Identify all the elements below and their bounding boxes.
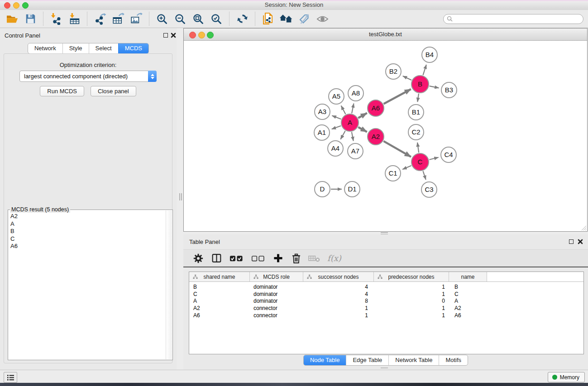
tab-mcds[interactable]: MCDS bbox=[118, 43, 148, 53]
export-image-button[interactable] bbox=[129, 12, 144, 26]
graph-edge-C-C3[interactable] bbox=[423, 171, 426, 180]
graph-edge-A-A5[interactable] bbox=[341, 105, 346, 114]
import-network-button[interactable] bbox=[48, 12, 64, 26]
table-tab-network-table[interactable]: Network Table bbox=[388, 355, 439, 365]
function-builder-button[interactable]: f(x) bbox=[327, 253, 341, 263]
table-cell[interactable]: connector bbox=[250, 305, 303, 311]
graph-node-A[interactable]: A bbox=[341, 114, 359, 131]
table-settings-button[interactable] bbox=[192, 253, 204, 264]
graph-node-C[interactable]: C bbox=[411, 153, 429, 171]
graph-node-C1[interactable]: C1 bbox=[385, 166, 401, 181]
graph-edge-B-B3[interactable] bbox=[430, 86, 439, 88]
deselect-all-button[interactable] bbox=[250, 253, 266, 264]
graph-node-D1[interactable]: D1 bbox=[344, 181, 360, 197]
column-header-mcds-role[interactable]: MCDS role bbox=[250, 272, 303, 281]
table-cell[interactable]: A6 bbox=[189, 312, 250, 319]
zoom-fit-button[interactable] bbox=[191, 12, 206, 26]
table-cell[interactable]: 1 bbox=[374, 312, 449, 319]
graph-edge-C-C4[interactable] bbox=[429, 157, 438, 160]
show-graphics-details-button[interactable] bbox=[315, 12, 330, 26]
graph-node-A3[interactable]: A3 bbox=[315, 104, 330, 119]
table-cell[interactable]: A6 bbox=[449, 312, 487, 319]
graph-node-A7[interactable]: A7 bbox=[348, 143, 363, 159]
graph-node-B[interactable]: B bbox=[411, 76, 429, 93]
table-cell[interactable]: connector bbox=[250, 312, 303, 319]
graph-edge-A2-C[interactable] bbox=[383, 141, 411, 157]
graph-edge-C-C2[interactable] bbox=[417, 143, 419, 152]
graph-edge-A6-B[interactable] bbox=[384, 89, 411, 104]
table-row[interactable]: Adominator80A bbox=[189, 298, 583, 305]
graph-node-A6[interactable]: A6 bbox=[368, 100, 384, 116]
graph-edge-A-A6[interactable] bbox=[358, 113, 367, 118]
table-cell[interactable]: C bbox=[449, 291, 487, 297]
mcds-result-scrollbar[interactable] bbox=[166, 210, 172, 359]
table-cell[interactable]: 4 bbox=[303, 284, 374, 290]
table-cell[interactable]: dominator bbox=[250, 298, 303, 304]
tab-select[interactable]: Select bbox=[89, 43, 118, 53]
run-mcds-button[interactable]: Run MCDS bbox=[40, 86, 84, 96]
table-cell[interactable]: A2 bbox=[449, 305, 487, 311]
table-row[interactable]: Cdominator41C bbox=[189, 291, 583, 298]
graph-edge-B-B2[interactable] bbox=[403, 76, 411, 80]
graph-edge-C-C1[interactable] bbox=[402, 166, 411, 169]
column-header-shared-name[interactable]: shared name bbox=[189, 272, 250, 281]
graph-node-A2[interactable]: A2 bbox=[368, 129, 384, 145]
table-tab-edge-table[interactable]: Edge Table bbox=[346, 355, 388, 365]
table-panel-close-icon[interactable] bbox=[578, 239, 583, 244]
table-cell[interactable]: A bbox=[449, 298, 487, 304]
table-cell[interactable]: 1 bbox=[374, 284, 449, 290]
table-cell[interactable]: 1 bbox=[303, 305, 374, 311]
graph-node-B3[interactable]: B3 bbox=[441, 82, 457, 98]
hide-labels-button[interactable] bbox=[296, 12, 312, 26]
table-row[interactable]: A6connector11A6 bbox=[189, 312, 583, 319]
export-table-button[interactable] bbox=[110, 12, 126, 26]
import-table-button[interactable] bbox=[67, 12, 82, 26]
memory-button[interactable]: Memory bbox=[548, 372, 585, 382]
table-cell[interactable]: 1 bbox=[374, 291, 449, 297]
export-network-button[interactable] bbox=[92, 12, 108, 26]
control-panel-close-icon[interactable] bbox=[171, 33, 176, 38]
table-panel-float-button[interactable] bbox=[569, 239, 574, 244]
graph-edge-A-A8[interactable] bbox=[352, 104, 354, 114]
create-column-button[interactable] bbox=[272, 253, 284, 264]
task-history-button[interactable] bbox=[4, 372, 17, 383]
column-header-predecessor-nodes[interactable]: predecessor nodes bbox=[374, 272, 449, 281]
table-tab-node-table[interactable]: Node Table bbox=[304, 355, 346, 365]
table-cell[interactable]: dominator bbox=[250, 291, 303, 297]
table-cell[interactable]: 4 bbox=[303, 291, 374, 297]
table-cell[interactable]: 8 bbox=[303, 298, 374, 304]
home-button[interactable] bbox=[278, 12, 294, 26]
graph-node-D[interactable]: D bbox=[315, 181, 330, 197]
graph-edge-A-A2[interactable] bbox=[358, 127, 367, 132]
network-canvas[interactable]: B4B2BB3A5A8A6A3B1AA1C2A4A7A2CC4C1C3DD1 bbox=[184, 40, 587, 231]
table-row[interactable]: Bdominator41B bbox=[189, 283, 583, 291]
mcds-result-item[interactable]: C bbox=[10, 235, 166, 243]
control-panel-float-button[interactable] bbox=[163, 33, 168, 38]
table-tab-motifs[interactable]: Motifs bbox=[439, 355, 468, 365]
table-cell[interactable]: C bbox=[189, 291, 250, 297]
graph-node-C4[interactable]: C4 bbox=[441, 147, 456, 162]
save-session-button[interactable] bbox=[23, 12, 38, 26]
graph-edge-A-A1[interactable] bbox=[332, 126, 341, 129]
mcds-result-item[interactable]: A2 bbox=[10, 213, 166, 220]
column-header-name[interactable]: name bbox=[449, 272, 487, 281]
mcds-result-item[interactable]: B bbox=[10, 228, 166, 235]
graph-node-A5[interactable]: A5 bbox=[329, 89, 344, 104]
table-cell[interactable]: 0 bbox=[374, 298, 449, 304]
show-columns-button[interactable] bbox=[210, 253, 222, 264]
table-cell[interactable]: 1 bbox=[303, 312, 374, 319]
tab-style[interactable]: Style bbox=[62, 43, 89, 53]
graph-node-A4[interactable]: A4 bbox=[328, 141, 343, 156]
table-cell[interactable]: B bbox=[189, 284, 250, 290]
panel-splitter-handle[interactable] bbox=[179, 193, 182, 200]
column-header-successor-nodes[interactable]: successor nodes bbox=[303, 272, 374, 281]
search-input[interactable] bbox=[455, 15, 580, 23]
table-cell[interactable]: 1 bbox=[374, 305, 449, 311]
delete-column-button[interactable] bbox=[290, 253, 302, 264]
graph-edge-A-A4[interactable] bbox=[340, 131, 345, 139]
graph-edge-A-A3[interactable] bbox=[332, 115, 341, 119]
zoom-selected-button[interactable] bbox=[209, 12, 224, 26]
table-cell[interactable]: dominator bbox=[250, 284, 303, 290]
select-all-button[interactable] bbox=[229, 253, 244, 264]
graph-node-B2[interactable]: B2 bbox=[386, 64, 401, 79]
